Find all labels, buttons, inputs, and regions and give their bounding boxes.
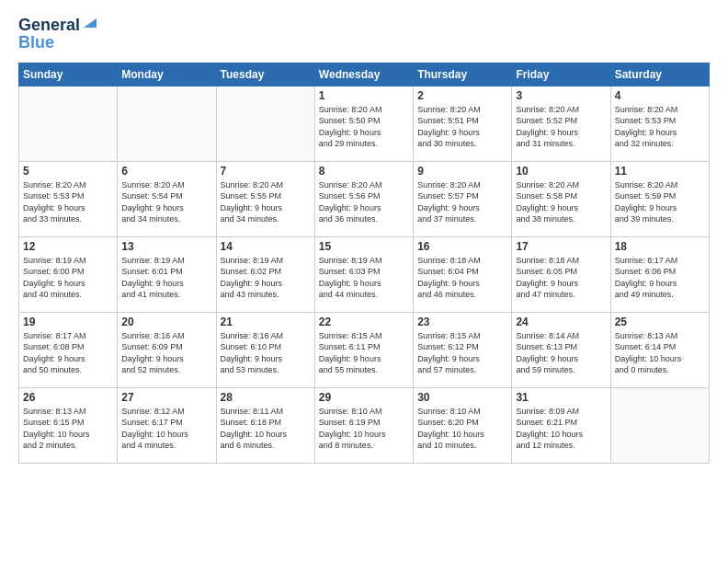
calendar-cell: 12Sunrise: 8:19 AM Sunset: 6:00 PM Dayli…	[19, 236, 118, 312]
day-info: Sunrise: 8:13 AM Sunset: 6:14 PM Dayligh…	[615, 330, 705, 376]
day-number: 11	[615, 165, 705, 178]
day-info: Sunrise: 8:18 AM Sunset: 6:04 PM Dayligh…	[417, 255, 507, 301]
day-info: Sunrise: 8:20 AM Sunset: 5:55 PM Dayligh…	[221, 179, 311, 225]
day-info: Sunrise: 8:12 AM Sunset: 6:17 PM Dayligh…	[121, 406, 211, 452]
calendar-cell: 30Sunrise: 8:10 AM Sunset: 6:20 PM Dayli…	[414, 387, 512, 463]
day-number: 26	[23, 391, 113, 404]
calendar-cell: 10Sunrise: 8:20 AM Sunset: 5:58 PM Dayli…	[512, 161, 610, 236]
calendar-cell: 18Sunrise: 8:17 AM Sunset: 6:06 PM Dayli…	[610, 236, 709, 312]
day-number: 18	[615, 240, 705, 253]
weekday-header-monday: Monday	[118, 63, 216, 86]
calendar-cell: 6Sunrise: 8:20 AM Sunset: 5:54 PM Daylig…	[118, 161, 216, 236]
weekday-header-tuesday: Tuesday	[216, 63, 314, 86]
calendar-table: SundayMondayTuesdayWednesdayThursdayFrid…	[18, 63, 710, 464]
calendar-cell: 22Sunrise: 8:15 AM Sunset: 6:11 PM Dayli…	[314, 312, 413, 387]
svg-marker-0	[84, 18, 97, 28]
weekday-header-thursday: Thursday	[414, 63, 512, 86]
day-number: 14	[221, 240, 311, 253]
calendar-cell: 7Sunrise: 8:20 AM Sunset: 5:55 PM Daylig…	[216, 161, 314, 236]
day-info: Sunrise: 8:20 AM Sunset: 5:53 PM Dayligh…	[615, 104, 705, 150]
header: General Blue	[18, 15, 710, 53]
day-number: 12	[23, 240, 113, 253]
day-number: 13	[121, 240, 211, 253]
calendar-cell: 31Sunrise: 8:09 AM Sunset: 6:21 PM Dayli…	[512, 387, 610, 463]
calendar-cell: 23Sunrise: 8:15 AM Sunset: 6:12 PM Dayli…	[414, 312, 512, 387]
day-number: 30	[417, 391, 507, 404]
calendar-cell: 19Sunrise: 8:17 AM Sunset: 6:08 PM Dayli…	[19, 312, 118, 387]
day-number: 6	[121, 165, 211, 178]
day-number: 22	[319, 316, 409, 328]
calendar-cell: 15Sunrise: 8:19 AM Sunset: 6:03 PM Dayli…	[314, 236, 413, 312]
day-number: 25	[615, 316, 705, 328]
calendar-cell: 13Sunrise: 8:19 AM Sunset: 6:01 PM Dayli…	[118, 236, 216, 312]
day-number: 24	[516, 316, 606, 328]
day-number: 7	[221, 165, 311, 178]
day-number: 15	[319, 240, 409, 253]
day-info: Sunrise: 8:20 AM Sunset: 5:54 PM Dayligh…	[121, 179, 211, 225]
calendar-cell: 2Sunrise: 8:20 AM Sunset: 5:51 PM Daylig…	[414, 86, 512, 161]
day-number: 21	[221, 316, 311, 328]
day-info: Sunrise: 8:20 AM Sunset: 5:50 PM Dayligh…	[319, 104, 409, 150]
calendar-cell: 28Sunrise: 8:11 AM Sunset: 6:18 PM Dayli…	[216, 387, 314, 463]
calendar-cell: 17Sunrise: 8:18 AM Sunset: 6:05 PM Dayli…	[512, 236, 610, 312]
calendar-cell: 25Sunrise: 8:13 AM Sunset: 6:14 PM Dayli…	[610, 312, 709, 387]
day-info: Sunrise: 8:17 AM Sunset: 6:08 PM Dayligh…	[23, 330, 113, 376]
day-info: Sunrise: 8:19 AM Sunset: 6:03 PM Dayligh…	[319, 255, 409, 301]
calendar-cell	[216, 86, 314, 161]
logo-blue-text: Blue	[18, 33, 54, 53]
day-info: Sunrise: 8:14 AM Sunset: 6:13 PM Dayligh…	[516, 330, 606, 376]
day-number: 27	[121, 391, 211, 404]
day-info: Sunrise: 8:20 AM Sunset: 5:52 PM Dayligh…	[516, 104, 606, 150]
page: General Blue SundayMondayTuesdayWednesda…	[0, 0, 728, 563]
calendar-cell	[118, 86, 216, 161]
calendar-cell: 21Sunrise: 8:16 AM Sunset: 6:10 PM Dayli…	[216, 312, 314, 387]
day-number: 19	[23, 316, 113, 328]
day-info: Sunrise: 8:17 AM Sunset: 6:06 PM Dayligh…	[615, 255, 705, 301]
day-number: 9	[417, 165, 507, 178]
day-number: 29	[319, 391, 409, 404]
day-info: Sunrise: 8:10 AM Sunset: 6:19 PM Dayligh…	[319, 406, 409, 452]
calendar-cell: 3Sunrise: 8:20 AM Sunset: 5:52 PM Daylig…	[512, 86, 610, 161]
day-number: 16	[417, 240, 507, 253]
calendar-cell: 1Sunrise: 8:20 AM Sunset: 5:50 PM Daylig…	[314, 86, 413, 161]
day-info: Sunrise: 8:10 AM Sunset: 6:20 PM Dayligh…	[417, 406, 507, 452]
weekday-header-wednesday: Wednesday	[314, 63, 413, 86]
day-info: Sunrise: 8:20 AM Sunset: 5:51 PM Dayligh…	[417, 104, 507, 150]
day-info: Sunrise: 8:18 AM Sunset: 6:05 PM Dayligh…	[516, 255, 606, 301]
day-number: 5	[23, 165, 113, 178]
day-number: 4	[615, 89, 705, 102]
calendar-cell: 5Sunrise: 8:20 AM Sunset: 5:53 PM Daylig…	[19, 161, 118, 236]
day-info: Sunrise: 8:11 AM Sunset: 6:18 PM Dayligh…	[221, 406, 311, 452]
day-info: Sunrise: 8:19 AM Sunset: 6:00 PM Dayligh…	[23, 255, 113, 301]
day-info: Sunrise: 8:09 AM Sunset: 6:21 PM Dayligh…	[516, 406, 606, 452]
day-number: 23	[417, 316, 507, 328]
weekday-header-row: SundayMondayTuesdayWednesdayThursdayFrid…	[19, 63, 710, 86]
day-info: Sunrise: 8:20 AM Sunset: 5:58 PM Dayligh…	[516, 179, 606, 225]
calendar-week-2: 5Sunrise: 8:20 AM Sunset: 5:53 PM Daylig…	[19, 161, 710, 236]
calendar-week-5: 26Sunrise: 8:13 AM Sunset: 6:15 PM Dayli…	[19, 387, 710, 463]
calendar-cell: 11Sunrise: 8:20 AM Sunset: 5:59 PM Dayli…	[610, 161, 709, 236]
day-info: Sunrise: 8:16 AM Sunset: 6:10 PM Dayligh…	[221, 330, 311, 376]
day-info: Sunrise: 8:20 AM Sunset: 5:56 PM Dayligh…	[319, 179, 409, 225]
day-info: Sunrise: 8:15 AM Sunset: 6:12 PM Dayligh…	[417, 330, 507, 376]
weekday-header-friday: Friday	[512, 63, 610, 86]
calendar-week-4: 19Sunrise: 8:17 AM Sunset: 6:08 PM Dayli…	[19, 312, 710, 387]
day-number: 1	[319, 89, 409, 102]
calendar-cell: 16Sunrise: 8:18 AM Sunset: 6:04 PM Dayli…	[414, 236, 512, 312]
calendar-cell	[19, 86, 118, 161]
calendar-cell: 4Sunrise: 8:20 AM Sunset: 5:53 PM Daylig…	[610, 86, 709, 161]
weekday-header-saturday: Saturday	[610, 63, 709, 86]
calendar-cell: 27Sunrise: 8:12 AM Sunset: 6:17 PM Dayli…	[118, 387, 216, 463]
weekday-header-sunday: Sunday	[19, 63, 118, 86]
calendar-cell: 20Sunrise: 8:16 AM Sunset: 6:09 PM Dayli…	[118, 312, 216, 387]
logo: General Blue	[18, 15, 98, 53]
day-info: Sunrise: 8:13 AM Sunset: 6:15 PM Dayligh…	[23, 406, 113, 452]
day-number: 28	[221, 391, 311, 404]
day-number: 17	[516, 240, 606, 253]
day-info: Sunrise: 8:19 AM Sunset: 6:02 PM Dayligh…	[221, 255, 311, 301]
day-number: 10	[516, 165, 606, 178]
logo-arrow-icon	[82, 15, 98, 31]
day-info: Sunrise: 8:20 AM Sunset: 5:57 PM Dayligh…	[417, 179, 507, 225]
calendar-cell: 14Sunrise: 8:19 AM Sunset: 6:02 PM Dayli…	[216, 236, 314, 312]
calendar-week-1: 1Sunrise: 8:20 AM Sunset: 5:50 PM Daylig…	[19, 86, 710, 161]
